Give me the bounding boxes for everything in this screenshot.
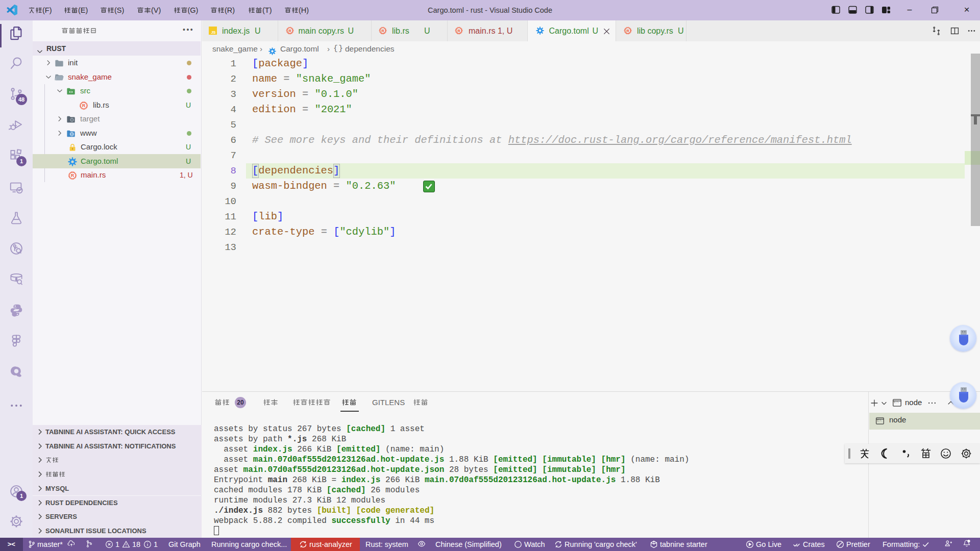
svg-text:R: R: [626, 29, 629, 33]
svg-text:C:\: C:\: [894, 401, 899, 404]
svg-text:R: R: [381, 29, 384, 33]
svg-text:R: R: [457, 29, 460, 33]
svg-text:R: R: [82, 103, 86, 108]
svg-text:R: R: [288, 29, 291, 33]
svg-text:R: R: [71, 173, 75, 178]
svg-text:C:\: C:\: [877, 419, 881, 422]
svg-text:JS: JS: [211, 30, 215, 35]
